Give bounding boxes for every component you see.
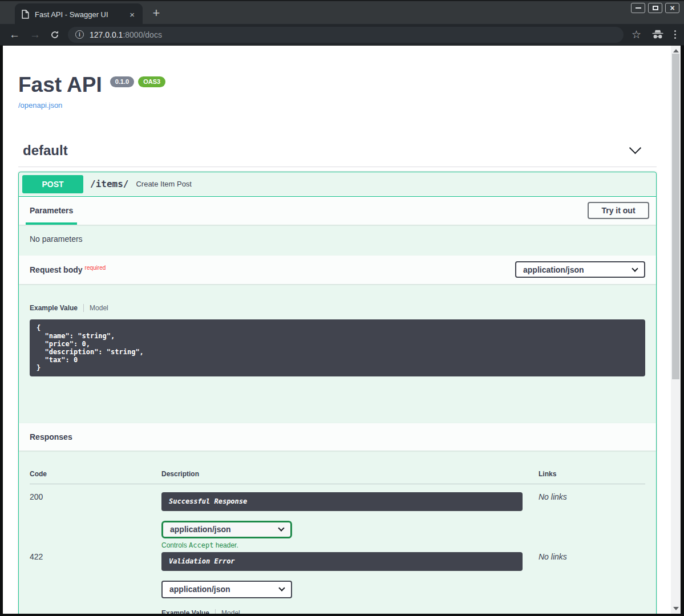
url-path: :8000/docs — [123, 30, 162, 39]
tab-model[interactable]: Model — [221, 609, 240, 614]
page-title: Fast API — [18, 74, 102, 97]
menu-dots-icon[interactable] — [674, 30, 676, 39]
response-row-422: 422 Validation Error application/json Ex… — [30, 549, 645, 614]
window-controls: × — [631, 3, 679, 13]
chevron-down-icon — [278, 525, 284, 532]
incognito-icon — [651, 30, 664, 39]
tab-example-value[interactable]: Example Value — [161, 609, 209, 614]
operation-description: Create Item Post — [136, 180, 192, 188]
response-content-type-select[interactable]: application/json — [161, 581, 292, 598]
chevron-down-icon — [632, 265, 638, 271]
tab-parameters[interactable]: Parameters — [26, 197, 77, 225]
operation-summary[interactable]: POST /items/ Create Item Post — [19, 172, 656, 197]
page-scrollbar[interactable] — [671, 46, 681, 614]
url-host: 127.0.0.1 — [90, 30, 123, 39]
responses-table: Code Description Links 200 Successful Re… — [19, 451, 656, 614]
tag-title: default — [23, 143, 68, 159]
forward-icon[interactable]: → — [30, 29, 41, 40]
oas3-badge: OAS3 — [138, 76, 165, 87]
close-button[interactable]: × — [665, 3, 679, 13]
response-links: No links — [539, 552, 645, 614]
page-file-icon — [22, 10, 29, 19]
scrollbar-down-arrow-icon[interactable] — [673, 607, 679, 610]
request-body-content: Example Value Model { "name": "string", … — [19, 304, 656, 376]
controls-accept-note: Controls Accept header. — [161, 541, 539, 549]
try-it-out-button[interactable]: Try it out — [588, 202, 649, 219]
address-bar[interactable]: i 127.0.0.1:8000/docs — [68, 27, 624, 43]
tag-section-header[interactable]: default — [18, 143, 657, 167]
minimize-button[interactable] — [631, 3, 645, 13]
response-description-box: Validation Error — [161, 552, 523, 571]
close-icon: × — [670, 4, 674, 12]
responses-title: Responses — [30, 432, 72, 441]
new-tab-button[interactable]: + — [148, 6, 164, 22]
scrollbar-thumb[interactable] — [672, 54, 679, 379]
column-description: Description — [161, 470, 539, 478]
response-content-type-select[interactable]: application/json — [161, 521, 292, 538]
scrollbar-up-arrow-icon[interactable] — [673, 49, 679, 52]
page-content: Fast API 0.1.0 OAS3 /openapi.json defaul… — [3, 46, 671, 614]
responses-header-strip: Responses — [19, 423, 656, 451]
request-body-label: Request body — [30, 265, 83, 274]
bookmark-star-icon[interactable]: ☆ — [632, 28, 641, 41]
required-label: required — [85, 265, 106, 271]
response-links: No links — [539, 492, 645, 549]
response-code: 200 — [30, 492, 161, 549]
accept-header-code: Accept — [189, 541, 213, 549]
response-code: 422 — [30, 552, 161, 614]
response-content-type-value: application/json — [170, 525, 231, 534]
response-description-box: Successful Response — [161, 492, 523, 511]
reload-icon[interactable] — [50, 30, 60, 40]
maximize-button[interactable] — [648, 3, 662, 13]
minimize-icon — [636, 7, 641, 9]
api-info: Fast API 0.1.0 OAS3 /openapi.json — [18, 74, 657, 110]
operation-block: POST /items/ Create Item Post Parameters… — [18, 172, 657, 614]
tab-model[interactable]: Model — [90, 304, 108, 312]
method-badge: POST — [22, 175, 83, 193]
url-text: 127.0.0.1:8000/docs — [90, 30, 162, 39]
title-bar: Fast API - Swagger UI × + × — [0, 0, 684, 24]
column-links: Links — [539, 470, 645, 478]
browser-tab[interactable]: Fast API - Swagger UI × — [15, 3, 143, 25]
maximize-icon — [653, 6, 658, 10]
column-code: Code — [30, 470, 161, 478]
browser-window: Fast API - Swagger UI × + × ← → i 127.0.… — [0, 0, 684, 616]
operation-path: /items/ — [90, 179, 128, 189]
version-badge: 0.1.0 — [110, 76, 134, 87]
parameters-header-strip: Parameters Try it out — [19, 197, 656, 225]
browser-toolbar: ← → i 127.0.0.1:8000/docs ☆ — [0, 24, 684, 46]
tab-separator — [215, 609, 216, 614]
tab-title: Fast API - Swagger UI — [35, 10, 128, 19]
no-parameters-text: No parameters — [19, 225, 656, 256]
request-body-strip: Request bodyrequired application/json — [19, 256, 656, 284]
example-json-code: { "name": "string", "price": 0, "descrip… — [30, 319, 645, 376]
site-info-icon[interactable]: i — [75, 30, 84, 39]
tab-close-icon[interactable]: × — [128, 10, 136, 19]
request-content-type-value: application/json — [523, 265, 584, 274]
tab-example-value[interactable]: Example Value — [30, 304, 78, 312]
chevron-down-icon[interactable] — [629, 142, 641, 154]
request-content-type-select[interactable]: application/json — [515, 261, 645, 278]
chevron-down-icon — [278, 585, 285, 591]
back-icon[interactable]: ← — [9, 29, 20, 40]
response-row-200: 200 Successful Response application/json… — [30, 484, 645, 549]
response-content-type-value: application/json — [169, 585, 230, 594]
tab-separator — [83, 304, 84, 312]
openapi-spec-link[interactable]: /openapi.json — [18, 101, 62, 110]
